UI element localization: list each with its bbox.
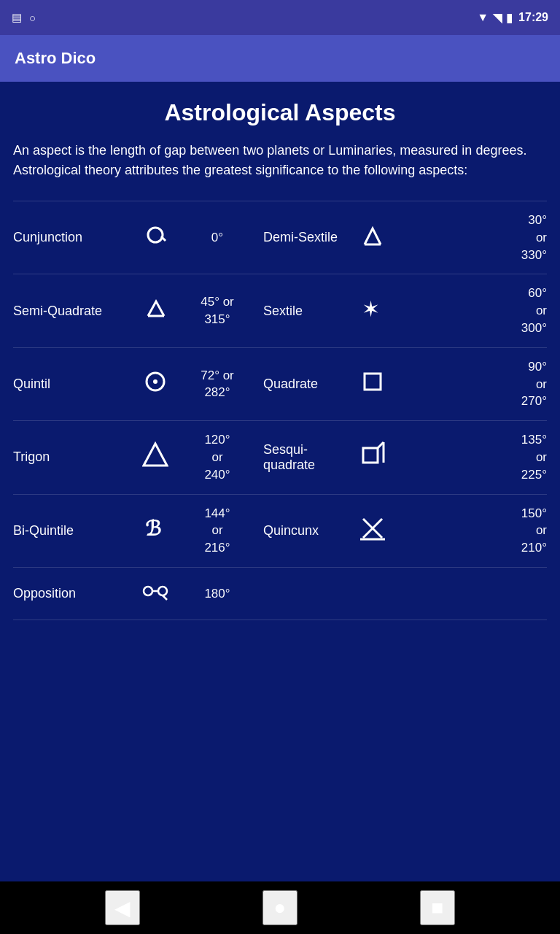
battery-icon: ▮	[506, 11, 513, 25]
svg-rect-7	[365, 374, 381, 390]
sextile-degrees: 60°or300°	[392, 285, 547, 336]
aspect-name-semiquadrate: Semi-Quadrate	[13, 304, 133, 319]
back-button[interactable]: ◀	[105, 890, 140, 925]
aspect-name-conjunction: Cunjunction	[13, 230, 133, 245]
app-bar: Astro Dico	[0, 35, 560, 82]
app-title: Astro Dico	[15, 49, 96, 68]
quincunx-symbol	[352, 514, 392, 547]
quincunx-name: Quincunx	[257, 523, 352, 539]
opposition-symbol	[133, 578, 177, 609]
svg-point-16	[144, 587, 152, 595]
status-right-icons: ▼ ◥ ▮ 17:29	[477, 11, 548, 25]
table-row: Semi-Quadrate 45° or315° Sextile ✶ 60°or…	[13, 274, 547, 347]
semiquadrate-degrees: 45° or315°	[177, 293, 257, 328]
quintil-degrees: 72° or282°	[177, 367, 257, 402]
sesquiquadrate-name: Sesqui-quadrate	[257, 442, 352, 473]
quadrate-name: Quadrate	[257, 377, 352, 392]
aspect-name-opposition: Opposition	[13, 586, 133, 601]
bottom-nav: ◀ ● ■	[0, 881, 560, 934]
svg-text:ℬ: ℬ	[145, 517, 161, 540]
table-row: Trigon 120°or240° Sesqui-quadrate 135°or…	[13, 420, 547, 493]
table-row: Bi-Quintile ℬ 144°or216° Quincunx 150°or…	[13, 494, 547, 567]
quintil-symbol	[133, 368, 177, 400]
quincunx-degrees: 150°or210°	[392, 505, 547, 557]
sextile-symbol: ✶	[352, 295, 392, 328]
status-bar: ▤ ○ ▼ ◥ ▮ 17:29	[0, 0, 560, 35]
sextile-name: Sextile	[257, 304, 352, 319]
svg-point-0	[148, 228, 163, 242]
demisextile-name: Demi-Sextile	[257, 230, 352, 245]
home-button[interactable]: ●	[262, 890, 298, 925]
aspect-name-biquintile: Bi-Quintile	[13, 523, 133, 539]
demisextile-symbol	[352, 221, 392, 254]
table-row: Cunjunction 0° Demi-Sextile 30°or330°	[13, 201, 547, 274]
semiquadrate-symbol	[133, 296, 177, 327]
aspect-name-trigon: Trigon	[13, 449, 133, 465]
aspect-name-quintil: Quintil	[13, 377, 133, 392]
conjunction-degrees: 0°	[177, 229, 257, 247]
main-content: Astrological Aspects An aspect is the le…	[0, 82, 560, 881]
sesquiquadrate-symbol	[352, 441, 392, 474]
trigon-symbol	[133, 441, 177, 474]
biquintile-symbol: ℬ	[133, 515, 177, 547]
table-row: Quintil 72° or282° Quadrate 90°or270°	[13, 347, 547, 420]
status-left-icons: ▤ ○	[12, 11, 36, 24]
svg-rect-9	[363, 448, 378, 463]
recent-button[interactable]: ■	[420, 890, 455, 925]
quadrate-degrees: 90°or270°	[392, 358, 547, 410]
svg-line-19	[163, 595, 167, 600]
circle-icon: ○	[29, 12, 36, 24]
svg-marker-8	[144, 444, 167, 466]
conjunction-symbol	[133, 222, 177, 253]
table-row: Opposition 180°	[13, 567, 547, 620]
page-title: Astrological Aspects	[13, 99, 547, 126]
trigon-degrees: 120°or240°	[177, 431, 257, 483]
biquintile-degrees: 144°or216°	[177, 505, 257, 557]
sim-icon: ▤	[12, 11, 22, 24]
signal-icon: ◥	[493, 11, 502, 25]
sesquiquadrate-degrees: 135°or225°	[392, 431, 547, 483]
demisextile-degrees: 30°or330°	[392, 212, 547, 263]
home-icon: ●	[274, 896, 287, 919]
page-description: An aspect is the length of gap between t…	[13, 141, 547, 180]
opposition-degrees: 180°	[177, 585, 257, 603]
svg-point-6	[153, 379, 158, 384]
recent-icon: ■	[432, 896, 444, 919]
aspects-table: Cunjunction 0° Demi-Sextile 30°or330° Se…	[13, 201, 547, 620]
back-icon: ◀	[114, 896, 131, 920]
quadrate-symbol	[352, 368, 392, 401]
svg-point-18	[158, 587, 167, 595]
svg-text:✶: ✶	[362, 297, 380, 321]
wifi-icon: ▼	[477, 11, 489, 24]
time-display: 17:29	[518, 11, 548, 24]
